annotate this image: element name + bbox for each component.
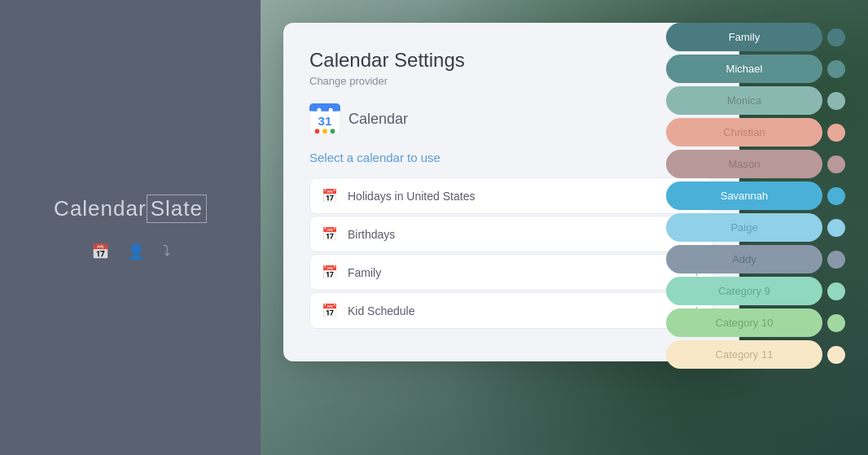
svg-rect-5 [329,108,333,115]
cal-item-left-birthdays: 📅 Birthdays [322,226,395,242]
color-btn-addy[interactable]: Addy [666,245,822,273]
calendar-icon-birthdays: 📅 [322,226,338,242]
calendar-nav-icon[interactable]: 📅 [91,243,109,260]
logo-slate: Slate [147,195,207,223]
color-row-6: Paige [666,213,845,242]
color-dot-monica[interactable] [827,92,845,110]
color-dot-michael[interactable] [827,60,845,78]
color-btn-christian[interactable]: Christian [666,118,822,147]
color-btn-family[interactable]: Family [666,23,822,51]
color-btn-cat9[interactable]: Category 9 [666,277,822,305]
calendar-item-family[interactable]: 📅 Family + [309,254,713,291]
color-btn-michael[interactable]: Michael [666,55,822,83]
gcal-logo: 31 Calendar [309,103,713,134]
color-row-8: Category 9 [666,277,845,305]
app-logo-text: CalendarSlate [54,195,207,223]
svg-point-6 [315,129,320,133]
color-row-1: Michael [666,55,845,83]
modal-subtitle[interactable]: Change provider [309,75,713,87]
color-btn-paige[interactable]: Paige [666,213,822,242]
color-dot-christian[interactable] [827,124,845,142]
color-dot-addy[interactable] [827,251,845,269]
calendar-name-holidays: Holidays in United States [348,190,475,203]
sidebar-logo: CalendarSlate [54,195,207,223]
calendar-icon-kid: 📅 [322,303,338,318]
color-row-9: Category 10 [666,308,845,337]
color-row-2: Monica [666,86,845,115]
calendar-item-birthdays[interactable]: 📅 Birthdays + [309,216,713,252]
calendar-name-birthdays: Birthdays [348,228,395,241]
calendar-name-kid: Kid Schedule [348,304,415,317]
color-row-5: Savannah [666,182,845,210]
cal-item-left-family: 📅 Family [322,265,381,280]
cal-item-left-holidays: 📅 Holidays in United States [322,188,475,203]
color-btn-mason[interactable]: Mason [666,150,822,178]
svg-point-7 [322,129,327,133]
color-row-10: Category 11 [666,340,845,369]
calendar-item-kid-schedule[interactable]: 📅 Kid Schedule + [309,292,713,329]
sidebar-nav: 📅 👤 ⤵ [91,243,170,260]
gcal-name: Calendar [349,111,408,128]
calendar-name-family: Family [348,266,381,279]
modal-title: Calendar Settings [309,49,713,72]
cal-item-left-kid: 📅 Kid Schedule [322,303,415,318]
color-btn-cat10[interactable]: Category 10 [666,308,822,337]
user-nav-icon[interactable]: 👤 [127,243,145,260]
select-calendar-label: Select a calendar to use [309,151,713,164]
main-content: Calendar Settings Change provider 31 Cal… [261,0,868,455]
calendar-icon-holidays: 📅 [322,188,338,203]
color-dot-family[interactable] [827,28,845,46]
logout-nav-icon[interactable]: ⤵ [163,243,170,260]
gcal-icon: 31 [309,103,340,134]
calendar-item-holidays[interactable]: 📅 Holidays in United States + [309,177,713,214]
color-row-0: Family [666,23,845,51]
color-panel: Family Michael Monica Christian Mason Sa… [666,23,845,369]
color-dot-mason[interactable] [827,155,845,173]
svg-rect-2 [309,107,340,112]
color-dot-cat9[interactable] [827,282,845,300]
color-dot-cat10[interactable] [827,314,845,332]
calendar-icon-family: 📅 [322,265,338,280]
color-btn-monica[interactable]: Monica [666,86,822,115]
svg-rect-4 [318,108,322,115]
calendar-list: 📅 Holidays in United States + 📅 Birthday… [309,177,713,329]
color-btn-savannah[interactable]: Savannah [666,182,822,210]
color-dot-paige[interactable] [827,219,845,237]
sidebar: CalendarSlate 📅 👤 ⤵ [0,0,261,455]
color-row-7: Addy [666,245,845,273]
svg-text:31: 31 [318,114,332,128]
color-row-3: Christian [666,118,845,147]
color-btn-cat11[interactable]: Category 11 [666,340,822,369]
color-dot-cat11[interactable] [827,346,845,364]
color-dot-savannah[interactable] [827,187,845,205]
svg-point-8 [331,129,335,133]
color-row-4: Mason [666,150,845,178]
